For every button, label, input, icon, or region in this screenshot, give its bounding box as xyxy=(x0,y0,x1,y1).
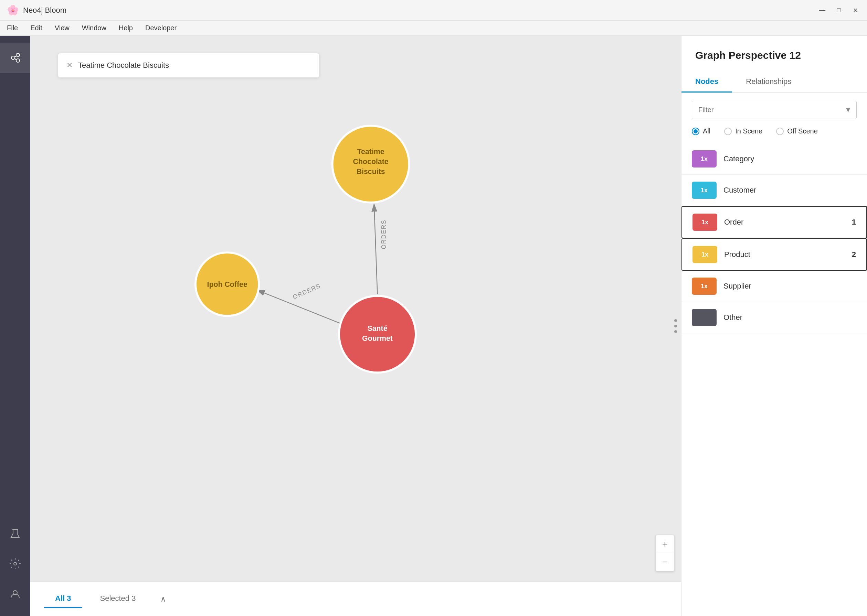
node-row-other[interactable]: Other xyxy=(681,302,867,333)
expand-icon[interactable]: ∧ xyxy=(161,595,166,603)
radio-offscene-circle xyxy=(776,127,784,135)
right-panel: Graph Perspective 12 Nodes Relationships… xyxy=(681,36,867,616)
node-badge-product: 1x xyxy=(692,246,717,263)
search-bar: ✕ Teatime Chocolate Biscuits xyxy=(58,53,319,78)
svg-point-2 xyxy=(16,59,20,62)
close-button[interactable]: ✕ xyxy=(850,6,860,15)
radio-all-circle xyxy=(692,127,699,135)
tab-relationships[interactable]: Relationships xyxy=(732,72,805,93)
node-label-category: Category xyxy=(724,154,857,163)
node-badge-category: 1x xyxy=(692,150,717,168)
minimize-button[interactable]: — xyxy=(817,6,827,15)
graph-canvas[interactable]: ORDERS ORDERS Teatime Chocolate Biscuits… xyxy=(30,36,681,616)
edge-label-orders-1: ORDERS xyxy=(380,220,387,249)
menu-edit[interactable]: Edit xyxy=(30,24,42,32)
node-label-customer: Customer xyxy=(724,186,857,195)
dot-3 xyxy=(674,330,677,333)
radio-row: All In Scene Off Scene xyxy=(681,127,867,143)
node-label-teatime: Teatime xyxy=(357,148,385,156)
dot-2 xyxy=(674,325,677,327)
node-label-product: Product xyxy=(724,250,845,259)
radio-inscene-circle xyxy=(724,127,732,135)
svg-point-1 xyxy=(16,53,20,57)
node-label-ipoh: Ipoh Coffee xyxy=(207,280,247,289)
menubar: File Edit View Window Help Developer xyxy=(0,20,867,36)
sidebar-lab-icon[interactable] xyxy=(0,518,30,548)
search-value: Teatime Chocolate Biscuits xyxy=(78,61,169,70)
node-row-product[interactable]: 1x Product 2 xyxy=(681,238,867,271)
node-label-teatime-3: Biscuits xyxy=(356,168,385,176)
node-label-other: Other xyxy=(724,313,857,322)
radio-offscene[interactable]: Off Scene xyxy=(776,127,818,135)
sidebar xyxy=(0,36,30,616)
svg-line-3 xyxy=(15,56,16,57)
titlebar: 🌸 Neo4j Bloom — □ ✕ xyxy=(0,0,867,20)
node-count-product: 2 xyxy=(852,250,856,259)
menu-view[interactable]: View xyxy=(55,24,69,32)
svg-point-0 xyxy=(11,56,15,60)
panel-tabs: Nodes Relationships xyxy=(681,72,867,93)
zoom-in-button[interactable]: + xyxy=(656,535,674,553)
node-list: 1x Category 1x Customer 1x Order 1 1x Pr… xyxy=(681,143,867,616)
node-label-sante-2: Gourmet xyxy=(362,334,393,343)
panel-collapse-handle[interactable] xyxy=(670,319,681,333)
radio-offscene-label: Off Scene xyxy=(787,127,818,135)
radio-inscene-label: In Scene xyxy=(735,127,762,135)
node-row-order[interactable]: 1x Order 1 xyxy=(681,206,867,238)
svg-line-4 xyxy=(15,58,16,60)
node-row-supplier[interactable]: 1x Supplier xyxy=(681,271,867,302)
menu-file[interactable]: File xyxy=(7,24,18,32)
node-label-teatime-2: Chocolate xyxy=(353,157,389,166)
node-badge-supplier: 1x xyxy=(692,278,717,295)
bottom-bar: All 3 Selected 3 ∧ xyxy=(30,581,681,616)
tab-selected[interactable]: Selected 3 xyxy=(89,590,147,608)
svg-point-6 xyxy=(14,563,17,565)
radio-all[interactable]: All xyxy=(692,127,710,135)
titlebar-left: 🌸 Neo4j Bloom xyxy=(7,5,66,16)
sidebar-graph-icon[interactable] xyxy=(0,42,30,73)
node-badge-order: 1x xyxy=(692,214,717,231)
tab-nodes[interactable]: Nodes xyxy=(681,72,732,93)
zoom-controls: + − xyxy=(656,535,674,571)
search-close-button[interactable]: ✕ xyxy=(66,61,73,70)
edge-label-orders-2: ORDERS xyxy=(292,282,322,300)
node-row-customer[interactable]: 1x Customer xyxy=(681,175,867,206)
menu-help[interactable]: Help xyxy=(119,24,133,32)
menu-developer[interactable]: Developer xyxy=(145,24,177,32)
graph-area[interactable]: ✕ Teatime Chocolate Biscuits ORDERS ORDE… xyxy=(30,36,681,616)
dot-1 xyxy=(674,319,677,322)
sidebar-bottom xyxy=(0,518,30,609)
maximize-button[interactable]: □ xyxy=(834,6,843,15)
app-title: Neo4j Bloom xyxy=(23,6,66,15)
node-label-supplier: Supplier xyxy=(724,282,857,291)
filter-row: ▼ xyxy=(692,101,857,119)
node-label-sante-1: Santé xyxy=(367,324,387,333)
node-badge-other xyxy=(692,309,717,326)
sidebar-profile-icon[interactable] xyxy=(0,579,30,609)
tab-all[interactable]: All 3 xyxy=(44,590,82,608)
main-layout: ✕ Teatime Chocolate Biscuits ORDERS ORDE… xyxy=(0,36,867,616)
node-label-order: Order xyxy=(724,218,845,227)
node-count-order: 1 xyxy=(852,218,856,227)
menu-window[interactable]: Window xyxy=(82,24,106,32)
edge-orders-1 xyxy=(374,204,378,294)
radio-all-label: All xyxy=(703,127,710,135)
node-badge-customer: 1x xyxy=(692,182,717,199)
panel-title: Graph Perspective 12 xyxy=(681,50,867,72)
filter-input[interactable] xyxy=(692,101,840,119)
app-logo: 🌸 xyxy=(7,5,19,16)
radio-inscene[interactable]: In Scene xyxy=(724,127,762,135)
node-row-category[interactable]: 1x Category xyxy=(681,143,867,175)
filter-icon: ▼ xyxy=(840,101,856,119)
zoom-out-button[interactable]: − xyxy=(656,553,674,571)
titlebar-controls: — □ ✕ xyxy=(817,6,860,15)
sidebar-settings-icon[interactable] xyxy=(0,548,30,579)
